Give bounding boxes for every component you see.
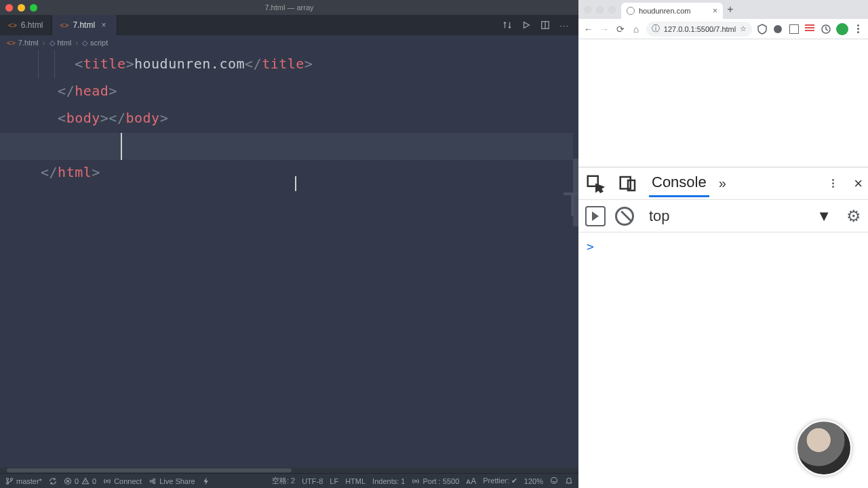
- device-toolbar-icon[interactable]: [616, 172, 639, 195]
- sync-icon: [49, 477, 57, 485]
- error-count: 0: [75, 477, 79, 485]
- secondary-caret: [295, 176, 296, 191]
- svg-point-3: [11, 478, 13, 480]
- context-selector[interactable]: top ▼: [644, 207, 837, 225]
- extension-grid-icon[interactable]: [788, 23, 800, 35]
- profile-avatar[interactable]: [836, 23, 848, 35]
- more-icon[interactable]: ···: [559, 20, 569, 30]
- breadcrumb-script: script: [90, 39, 108, 47]
- encoding-indicator[interactable]: UTF-8: [302, 477, 323, 485]
- window-title: 7.html — array: [0, 3, 578, 12]
- code-editor[interactable]: T <title>houdunren.com</title> </head> <…: [0, 50, 578, 468]
- svg-point-10: [551, 477, 557, 483]
- bolt-icon: [202, 477, 210, 485]
- devtools-menu-icon[interactable]: [821, 172, 844, 195]
- console-prompt: >: [587, 239, 594, 253]
- extension-redlines-icon[interactable]: [804, 23, 816, 35]
- page-viewport[interactable]: [578, 39, 868, 167]
- extension-dark-icon[interactable]: [772, 23, 784, 35]
- browser-window: houdunren.com × + ← → ⟳ ⌂ ⓘ 127.0.0.1:55…: [578, 0, 868, 488]
- sync-button[interactable]: [49, 477, 57, 485]
- spaces-indicator[interactable]: 空格: 2: [272, 476, 295, 486]
- close-tab-icon[interactable]: ×: [99, 20, 108, 30]
- connect-label: Connect: [114, 477, 142, 485]
- bell-icon[interactable]: [565, 476, 573, 486]
- tab-7html[interactable]: <> 7.html ×: [52, 15, 118, 35]
- live-share-icon: [149, 477, 157, 485]
- chevron-down-icon: ▼: [816, 207, 831, 225]
- breadcrumb-file: 7.html: [18, 39, 39, 47]
- warning-count: 0: [92, 477, 96, 485]
- close-window-button[interactable]: [584, 6, 591, 14]
- block-icon: ◇: [82, 39, 87, 47]
- svg-point-6: [150, 480, 152, 482]
- devtools-tabbar: Console » ×: [578, 167, 868, 200]
- zoom-window-button[interactable]: [30, 4, 37, 12]
- back-button[interactable]: ←: [583, 23, 594, 35]
- branch-icon: [5, 477, 14, 485]
- live-share-label: Live Share: [159, 477, 195, 485]
- tab-title: houdunren.com: [639, 7, 690, 15]
- compare-icon[interactable]: [502, 20, 512, 30]
- more-tabs-icon[interactable]: »: [719, 176, 726, 191]
- url-text: 127.0.0.1:5500/7.html: [664, 25, 736, 33]
- chevron-right-icon: ›: [75, 39, 78, 47]
- problems[interactable]: 0 0: [64, 477, 96, 485]
- prettier-indicator[interactable]: Prettier: ✔: [483, 476, 517, 485]
- traffic-lights-inactive: [584, 6, 616, 14]
- new-tab-button[interactable]: +: [723, 2, 738, 17]
- port-indicator[interactable]: Port : 5500: [412, 477, 459, 485]
- devtools-close-icon[interactable]: ×: [854, 175, 863, 192]
- git-branch[interactable]: master*: [5, 477, 42, 485]
- clear-console-icon[interactable]: [615, 207, 634, 226]
- reload-button[interactable]: ⟳: [614, 23, 626, 35]
- browser-tab[interactable]: houdunren.com ×: [621, 3, 723, 19]
- editor-window: 7.html — array <> 6.html <> 7.html ×: [0, 0, 578, 488]
- html-file-icon: <>: [7, 39, 16, 47]
- minimize-window-button[interactable]: [18, 4, 25, 12]
- scrollbar-thumb[interactable]: [7, 468, 292, 472]
- forward-button[interactable]: →: [598, 23, 610, 35]
- inspect-element-icon[interactable]: [584, 172, 607, 195]
- console-tab[interactable]: Console: [649, 169, 709, 197]
- eol-indicator[interactable]: LF: [330, 477, 338, 485]
- breadcrumb[interactable]: <> 7.html › ◇ html › ◇ script: [0, 35, 578, 50]
- close-tab-icon[interactable]: ×: [713, 6, 717, 16]
- lightning[interactable]: [202, 477, 210, 485]
- console-sidebar-toggle-icon[interactable]: [585, 206, 606, 226]
- cursor: [121, 133, 126, 160]
- minimap-glyph: T: [563, 186, 578, 224]
- close-window-button[interactable]: [5, 4, 13, 12]
- broadcast-icon: [412, 477, 420, 485]
- indent-guide: [38, 50, 39, 79]
- minimize-window-button[interactable]: [596, 6, 604, 14]
- console-settings-icon[interactable]: ⚙: [846, 207, 861, 226]
- language-indicator[interactable]: HTML: [345, 477, 366, 485]
- feedback-icon[interactable]: [550, 476, 558, 486]
- zoom-window-button[interactable]: [608, 6, 616, 14]
- split-icon[interactable]: [540, 20, 550, 30]
- play-icon[interactable]: [521, 20, 531, 30]
- chrome-menu-button[interactable]: [852, 23, 864, 35]
- site-info-icon[interactable]: ⓘ: [652, 23, 660, 35]
- remote-connect[interactable]: Connect: [103, 477, 142, 485]
- address-bar[interactable]: ⓘ 127.0.0.1:5500/7.html ☆: [646, 22, 752, 37]
- live-share[interactable]: Live Share: [149, 477, 195, 485]
- favicon: [627, 7, 635, 15]
- editor-tabbar: <> 6.html <> 7.html × ···: [0, 15, 578, 35]
- context-label: top: [649, 207, 670, 225]
- tab-6html[interactable]: <> 6.html: [0, 15, 52, 35]
- extension-circle-icon[interactable]: [820, 23, 831, 35]
- tab-label: 7.html: [73, 20, 95, 30]
- console-toolbar: top ▼ ⚙: [578, 200, 868, 232]
- horizontal-scrollbar[interactable]: [0, 468, 578, 473]
- error-icon: [64, 477, 72, 485]
- indents-indicator[interactable]: Indents: 1: [372, 477, 405, 485]
- editor-tab-actions: ···: [502, 15, 578, 35]
- home-button[interactable]: ⌂: [630, 23, 642, 35]
- zoom-indicator[interactable]: 120%: [524, 477, 543, 485]
- bookmark-icon[interactable]: ☆: [740, 24, 747, 33]
- editor-titlebar: 7.html — array: [0, 0, 578, 15]
- accessibility-indicator[interactable]: ᴀA: [466, 476, 476, 486]
- extension-adblock-icon[interactable]: [756, 23, 768, 35]
